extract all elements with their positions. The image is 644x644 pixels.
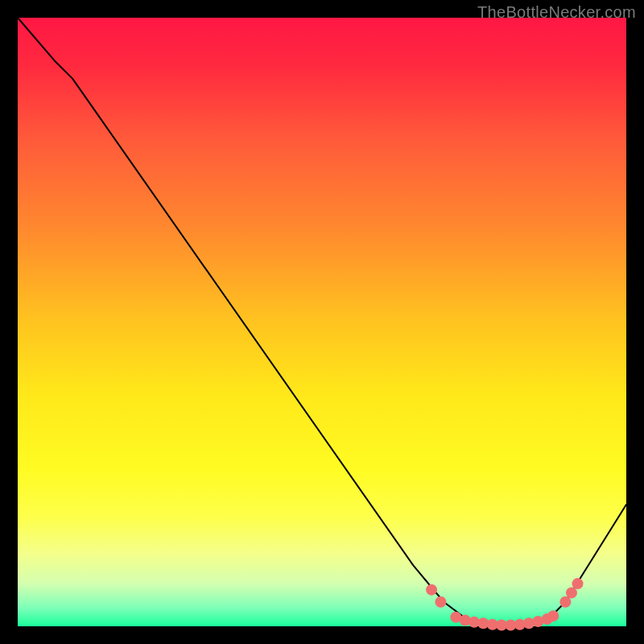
plot-background (18, 18, 626, 626)
attribution-label: TheBottleNecker.com (477, 3, 636, 22)
marker-dot (435, 597, 446, 608)
marker-dot (426, 584, 437, 596)
marker-dot (547, 610, 559, 621)
marker-dot (572, 578, 584, 589)
bottleneck-chart (0, 0, 644, 644)
chart-svg (0, 0, 644, 644)
